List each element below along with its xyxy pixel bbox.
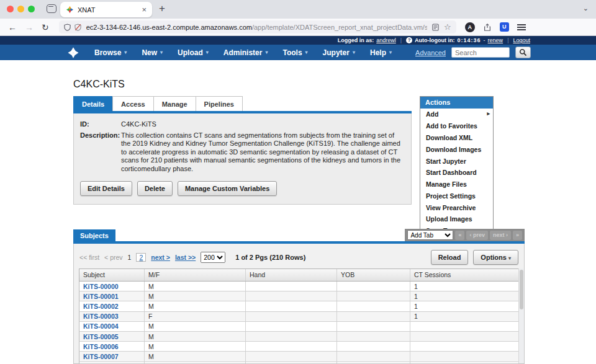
browser-tab[interactable]: XNAT × <box>60 2 152 17</box>
logout-link[interactable]: Logout <box>513 37 530 43</box>
col-yob[interactable]: YOB <box>336 269 410 281</box>
actions-menu-item[interactable]: Start Dashboard <box>420 167 493 179</box>
subject-link[interactable]: KiTS-00005 <box>83 333 119 340</box>
actions-menu-item[interactable]: Upload Images <box>420 213 493 225</box>
search-button[interactable] <box>515 47 531 58</box>
page-last-link[interactable]: last >> <box>175 254 196 261</box>
subject-link[interactable]: KiTS-00006 <box>83 343 119 350</box>
help-question-icon[interactable]: ? <box>406 37 412 43</box>
tab-pager-button[interactable]: ‹ prev <box>466 231 488 240</box>
tab-access[interactable]: Access <box>112 96 154 111</box>
list-tabs-chevron-icon[interactable]: ⌄ <box>583 4 589 12</box>
menu-hamburger-icon[interactable] <box>517 24 526 30</box>
subject-link[interactable]: KiTS-00007 <box>83 353 119 360</box>
new-tab-button[interactable]: + <box>159 2 165 15</box>
tracking-protection-shield-icon[interactable] <box>74 24 81 31</box>
tab-subjects[interactable]: Subjects <box>73 229 115 241</box>
close-tab-icon[interactable]: × <box>142 6 147 14</box>
table-scrollbar[interactable] <box>518 269 524 363</box>
back-button[interactable]: ← <box>8 22 17 32</box>
close-window-button[interactable] <box>7 6 14 12</box>
toolbar-extensions: A U <box>465 22 526 32</box>
maximize-window-button[interactable] <box>28 6 35 12</box>
col-mf[interactable]: M/F <box>144 269 245 281</box>
action-item-label: Add <box>426 110 438 118</box>
nav-item-jupyter[interactable]: Jupyter▾ <box>315 48 363 57</box>
edit-details-button[interactable]: Edit Details <box>80 181 132 196</box>
reload-button[interactable]: ↻ <box>42 22 49 32</box>
share-icon[interactable] <box>483 23 492 32</box>
nav-item-tools[interactable]: Tools▾ <box>275 48 315 57</box>
page-next-link[interactable]: next > <box>151 254 170 261</box>
subject-link[interactable]: KiTS-00000 <box>83 283 119 290</box>
project-tab-group: Details Access Manage Pipelines ID: C4KC… <box>73 96 412 205</box>
url-bar[interactable]: ec2-3-134-62-146.us-east-2.compute.amazo… <box>59 20 456 33</box>
cell-ct <box>410 352 520 361</box>
chevron-down-icon: ▾ <box>508 255 511 261</box>
tab-pager-button[interactable]: next › <box>490 231 511 240</box>
search-input[interactable] <box>451 47 510 58</box>
nav-item-upload[interactable]: Upload▾ <box>170 48 216 57</box>
tab-pager-button[interactable]: « <box>455 231 464 240</box>
actions-menu-item[interactable]: Start Jupyter <box>420 155 493 167</box>
cell-mf: F <box>144 312 245 321</box>
table-row: KiTS-00007 M <box>79 352 520 362</box>
actions-menu-item[interactable]: Manage Files <box>420 179 493 190</box>
tab-pager-button[interactable]: » <box>513 231 522 240</box>
firefox-view-icon[interactable] <box>47 4 56 13</box>
page-first-link[interactable]: << first <box>79 254 99 261</box>
extension-a-icon[interactable]: A <box>465 22 475 32</box>
bookmark-star-icon[interactable]: ☆ <box>444 23 451 31</box>
actions-menu-item[interactable]: Project Settings <box>420 190 493 202</box>
bitwarden-shield-icon[interactable]: U <box>500 22 509 32</box>
add-tab-select[interactable]: Add Tab <box>407 230 453 240</box>
actions-menu-item[interactable]: Add ▸ <box>420 109 493 120</box>
cell-mf: M <box>144 322 245 331</box>
tab-manage[interactable]: Manage <box>153 96 196 111</box>
actions-menu-item[interactable]: Download XML <box>420 132 493 144</box>
delete-button[interactable]: Delete <box>137 181 173 196</box>
xnat-logo-icon[interactable] <box>67 47 79 59</box>
action-item-label: Upload Images <box>426 215 472 223</box>
advanced-search-link[interactable]: Advanced <box>415 49 446 56</box>
reload-button[interactable]: Reload <box>431 250 469 265</box>
renew-link[interactable]: renew <box>488 37 503 43</box>
subjects-table: Subject M/F Hand YOB CT Sessions KiTS-00… <box>79 269 520 364</box>
scrollbar-thumb[interactable] <box>520 270 523 309</box>
reader-mode-icon[interactable] <box>432 24 439 31</box>
tab-details[interactable]: Details <box>73 96 113 111</box>
actions-menu-item[interactable]: Add to Favorites <box>420 120 493 132</box>
nav-item-browse[interactable]: Browse▾ <box>87 48 134 57</box>
page-2-link[interactable]: 2 <box>136 253 146 262</box>
tab-pipelines[interactable]: Pipelines <box>196 96 243 111</box>
tab-controls: Add Tab «‹ prevnext ›» <box>405 229 525 241</box>
col-hand[interactable]: Hand <box>245 269 336 281</box>
manage-custom-variables-button[interactable]: Manage Custom Variables <box>178 181 277 196</box>
nav-item-new[interactable]: New▾ <box>134 48 170 57</box>
col-ct-sessions[interactable]: CT Sessions <box>410 269 520 281</box>
actions-menu-item[interactable]: View Prearchive <box>420 202 493 213</box>
subject-link[interactable]: KiTS-00004 <box>83 322 119 330</box>
subject-link[interactable]: KiTS-00001 <box>83 293 119 300</box>
nav-item-help[interactable]: Help▾ <box>363 48 399 57</box>
cell-hand <box>245 362 336 364</box>
cell-hand <box>245 291 336 301</box>
col-subject[interactable]: Subject <box>79 269 144 281</box>
page-size-select[interactable]: 200 <box>201 252 225 263</box>
options-button[interactable]: Options ▾ <box>473 250 518 265</box>
username-link[interactable]: andrewl <box>376 37 396 43</box>
page-prev-link[interactable]: < prev <box>104 254 122 261</box>
action-item-label: View Prearchive <box>426 204 476 211</box>
cell-mf: M <box>144 291 245 301</box>
forward-button[interactable]: → <box>25 22 34 32</box>
shield-permissions-icon[interactable] <box>64 24 71 31</box>
cell-ct <box>410 322 520 331</box>
pagination-summary: 1 of 2 Pgs (210 Rows) <box>235 254 305 261</box>
subject-link[interactable]: KiTS-00002 <box>83 303 119 310</box>
minimize-window-button[interactable] <box>17 6 24 12</box>
nav-item-administer[interactable]: Administer▾ <box>216 48 276 57</box>
subject-link[interactable]: KiTS-00003 <box>83 313 119 320</box>
page-title: C4KC-KiTS <box>73 79 125 90</box>
table-header-row: Subject M/F Hand YOB CT Sessions <box>79 269 520 282</box>
actions-menu-item[interactable]: Download Images <box>420 143 493 155</box>
